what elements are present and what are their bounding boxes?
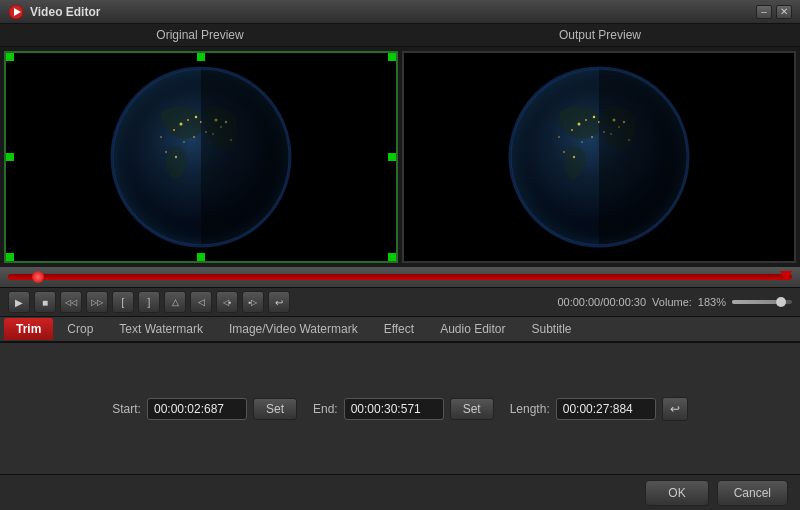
rewind-button[interactable]: ◁◁ [60, 291, 82, 313]
reset-button[interactable]: ↩ [662, 397, 688, 421]
volume-label: Volume: [652, 296, 692, 308]
tab-crop[interactable]: Crop [55, 318, 105, 340]
length-label: Length: [510, 402, 550, 416]
tab-audio-editor[interactable]: Audio Editor [428, 318, 517, 340]
length-input[interactable] [556, 398, 656, 420]
handle-bl[interactable] [6, 253, 14, 261]
length-group: Length: ↩ [510, 397, 688, 421]
titlebar: Video Editor – ✕ [0, 0, 800, 24]
volume-slider[interactable] [732, 300, 792, 304]
volume-value: 183% [698, 296, 726, 308]
tab-subtitle[interactable]: Subtitle [520, 318, 584, 340]
timeline-track[interactable] [8, 274, 792, 280]
end-input[interactable] [344, 398, 444, 420]
undo-button[interactable]: ↩ [268, 291, 290, 313]
tab-trim[interactable]: Trim [4, 318, 53, 340]
prev-keyframe-button[interactable]: ◁▪ [216, 291, 238, 313]
footer-bar: OK Cancel [0, 474, 800, 510]
volume-area: 00:00:00/00:00:30 Volume: 183% [557, 296, 792, 308]
handle-br[interactable] [388, 253, 396, 261]
mark-in-button[interactable]: [ [112, 291, 134, 313]
volume-thumb[interactable] [776, 297, 786, 307]
tab-effect[interactable]: Effect [372, 318, 426, 340]
time-display: 00:00:00/00:00:30 [557, 296, 646, 308]
handle-tc[interactable] [197, 53, 205, 61]
handle-bc[interactable] [197, 253, 205, 261]
timeline-bar[interactable] [0, 267, 800, 287]
earth-svg-left [106, 62, 296, 252]
controls-bar: ▶ ■ ◁◁ ▷▷ [ ] △ ◁ ◁▪ ▪▷ ↩ 00:00:00/00:00… [0, 287, 800, 317]
main-content: Original Preview Output Preview [0, 24, 800, 510]
tab-image-video-watermark[interactable]: Image/Video Watermark [217, 318, 370, 340]
end-group: End: Set [313, 398, 494, 420]
start-group: Start: Set [112, 398, 297, 420]
handle-mr[interactable] [388, 153, 396, 161]
preview-area [0, 47, 800, 267]
cancel-button[interactable]: Cancel [717, 480, 788, 506]
handle-ml[interactable] [6, 153, 14, 161]
original-video-canvas [6, 53, 396, 261]
mark-out-button[interactable]: ] [138, 291, 160, 313]
tab-text-watermark[interactable]: Text Watermark [107, 318, 215, 340]
tabs-bar: Trim Crop Text Watermark Image/Video Wat… [0, 317, 800, 343]
original-preview-panel [4, 51, 398, 263]
handle-tr[interactable] [388, 53, 396, 61]
prev-frame-button[interactable]: ◁ [190, 291, 212, 313]
timeline-end-marker [780, 271, 792, 281]
output-video-canvas [404, 53, 794, 261]
next-keyframe-button[interactable]: ▪▷ [242, 291, 264, 313]
ok-button[interactable]: OK [645, 480, 708, 506]
original-preview-label: Original Preview [0, 24, 400, 46]
handle-tl[interactable] [6, 53, 14, 61]
trim-controls: Start: Set End: Set Length: ↩ [112, 397, 687, 421]
end-label: End: [313, 402, 338, 416]
close-button[interactable]: ✕ [776, 5, 792, 19]
titlebar-left: Video Editor [8, 4, 100, 20]
output-preview-label: Output Preview [400, 24, 800, 46]
trim-content-panel: Start: Set End: Set Length: ↩ [0, 343, 800, 474]
start-label: Start: [112, 402, 141, 416]
titlebar-buttons: – ✕ [756, 5, 792, 19]
stop-button[interactable]: ■ [34, 291, 56, 313]
earth-svg-right [504, 62, 694, 252]
set-end-button[interactable]: Set [450, 398, 494, 420]
titlebar-title: Video Editor [30, 5, 100, 19]
minimize-button[interactable]: – [756, 5, 772, 19]
set-start-button[interactable]: Set [253, 398, 297, 420]
output-preview-panel [402, 51, 796, 263]
preview-labels: Original Preview Output Preview [0, 24, 800, 47]
volume-fill [732, 300, 777, 304]
split-button[interactable]: △ [164, 291, 186, 313]
start-input[interactable] [147, 398, 247, 420]
timeline-thumb[interactable] [32, 271, 44, 283]
app-icon [8, 4, 24, 20]
fastforward-button[interactable]: ▷▷ [86, 291, 108, 313]
play-button[interactable]: ▶ [8, 291, 30, 313]
